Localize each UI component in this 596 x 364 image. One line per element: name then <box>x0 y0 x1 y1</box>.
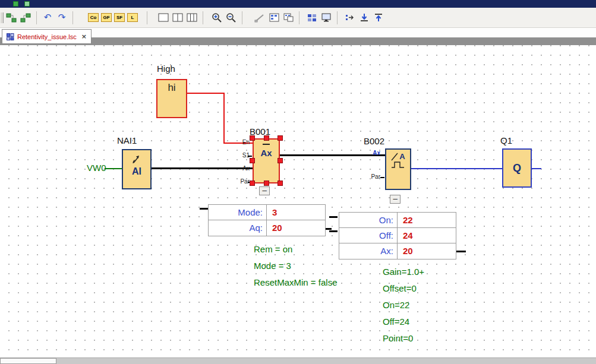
pin-stub-s1 <box>248 156 252 157</box>
block-name-high: High <box>157 64 175 74</box>
download-button[interactable] <box>358 10 371 26</box>
b002-symbol: A <box>399 152 405 161</box>
close-icon[interactable]: × <box>81 33 87 40</box>
collapse-button-b001[interactable]: − <box>259 186 270 195</box>
toolbar-separator <box>203 11 203 24</box>
toolbar-separator <box>337 11 338 24</box>
pin-label-en: En <box>236 139 250 145</box>
block-hi[interactable]: hi <box>156 79 187 118</box>
clipped-toolbar-icon[interactable] <box>1 12 4 23</box>
labels-button[interactable]: L <box>127 13 138 22</box>
param-table-b002[interactable]: On: 22 Off: 24 Ax: 20 <box>339 212 456 259</box>
param-label: Aq: <box>209 220 267 236</box>
simulation-button[interactable] <box>305 10 319 26</box>
param-label: On: <box>339 213 398 227</box>
wire-b002-q1[interactable] <box>411 168 502 169</box>
annotation-b001: Rem = on Mode = 3 ResetMaxMin = false <box>254 241 337 291</box>
file-icon <box>7 33 14 40</box>
single-window-button[interactable] <box>157 10 170 26</box>
table-stub-right-b002 <box>456 251 466 252</box>
annotation-line: Gain=1.0+ <box>383 264 424 280</box>
zoom-out-button[interactable] <box>225 10 238 26</box>
diagram-canvas[interactable]: High hi NAI1 VW0 AI B001 En S1 <box>0 45 596 357</box>
redo-icon: ↷ <box>58 13 66 22</box>
undo-icon: ↶ <box>44 13 52 22</box>
selection-handle-ml[interactable] <box>250 158 255 163</box>
table-stub-right-b001 <box>326 228 332 230</box>
b001-symbol: Ax <box>260 148 272 158</box>
toolbar-separator <box>299 11 299 24</box>
threshold-slash-icon <box>391 153 398 161</box>
pin-label-b002-par: Par <box>365 173 380 180</box>
constants-button[interactable]: Co <box>88 13 99 22</box>
ai-symbol: AI <box>132 166 141 177</box>
param-label: Mode: <box>209 205 267 220</box>
param-row: Ax: 20 <box>339 243 456 259</box>
selection-handle-br[interactable] <box>277 181 283 186</box>
collapse-button-b002[interactable]: − <box>390 195 401 204</box>
annotation-line: ResetMaxMin = false <box>254 274 337 291</box>
page-layout-button[interactable] <box>282 10 295 26</box>
split-project-icon <box>6 13 17 23</box>
selection-handle-tl[interactable] <box>250 135 255 141</box>
main-toolbar: ↶ ↷ Co GF SF L <box>0 8 596 28</box>
renumber-blocks-button[interactable] <box>267 10 280 26</box>
param-value[interactable]: 22 <box>398 213 456 227</box>
table-stub-left2-b002 <box>329 230 338 232</box>
special-functions-button[interactable]: SF <box>114 13 125 22</box>
q1-symbol: Q <box>503 150 531 186</box>
block-ai[interactable]: AI <box>122 149 152 189</box>
block-q1[interactable]: Q <box>502 148 532 188</box>
param-label: Off: <box>339 228 398 243</box>
titlebar-doc-icon <box>24 1 30 7</box>
selection-handle-tr[interactable] <box>277 135 283 141</box>
selection-handle-bc[interactable] <box>264 181 269 186</box>
zoom-in-button[interactable] <box>210 10 223 26</box>
network-view-button[interactable] <box>19 10 32 26</box>
scrollbar-thumb[interactable] <box>0 358 56 364</box>
split-window-icon <box>172 13 183 22</box>
triple-window-button[interactable] <box>185 10 198 26</box>
wire-vw0-ai[interactable] <box>105 168 122 169</box>
horizontal-scrollbar[interactable] <box>0 357 596 364</box>
annotation-line: On=22 <box>383 297 424 314</box>
param-label: Ax: <box>339 243 398 259</box>
titlebar <box>0 0 596 8</box>
block-name-b002: B002 <box>364 136 384 146</box>
basic-functions-button[interactable]: GF <box>101 13 112 22</box>
zoom-in-icon <box>212 12 222 23</box>
tab-title: Retentivity_issue.lsc <box>17 33 77 40</box>
selection-handle-tc[interactable] <box>264 135 269 141</box>
upload-button[interactable] <box>372 10 385 26</box>
annotation-b002: Gain=1.0+ Offset=0 On=22 Off=24 Point=0 <box>383 264 424 347</box>
analog-input-icon <box>131 153 142 165</box>
param-row: Off: 24 <box>339 228 456 243</box>
draw-connection-button[interactable] <box>253 10 266 26</box>
transfer-settings-button[interactable] <box>343 10 357 26</box>
selection-handle-bl[interactable] <box>250 181 255 186</box>
wire-q1-stub[interactable] <box>532 168 541 169</box>
selection-handle-mr[interactable] <box>277 158 283 163</box>
undo-button[interactable]: ↶ <box>41 10 54 26</box>
wire-hi-en-h1[interactable] <box>187 93 225 94</box>
pin-label-ax: Ax <box>236 165 250 172</box>
param-value[interactable]: 20 <box>267 220 325 236</box>
split-project-button[interactable] <box>5 10 18 26</box>
max-symbol <box>263 144 270 145</box>
redo-button[interactable]: ↷ <box>55 10 68 26</box>
block-b001[interactable]: Ax <box>253 138 280 183</box>
param-value[interactable]: 3 <box>267 205 325 220</box>
param-value[interactable]: 24 <box>398 228 456 243</box>
block-b002[interactable]: A <box>385 148 411 190</box>
wire-hi-en-v[interactable] <box>223 93 225 144</box>
param-table-b001[interactable]: Mode: 3 Aq: 20 <box>208 204 326 236</box>
split-window-button[interactable] <box>171 10 184 26</box>
page-layout-icon <box>283 13 294 22</box>
triple-window-icon <box>187 13 197 22</box>
document-tab[interactable]: Retentivity_issue.lsc × <box>2 29 92 44</box>
annotation-line: Off=24 <box>383 314 424 330</box>
param-value[interactable]: 20 <box>398 243 456 259</box>
online-test-button[interactable] <box>320 10 333 26</box>
pin-stub-b002-par <box>380 177 384 178</box>
network-view-icon <box>20 13 31 23</box>
